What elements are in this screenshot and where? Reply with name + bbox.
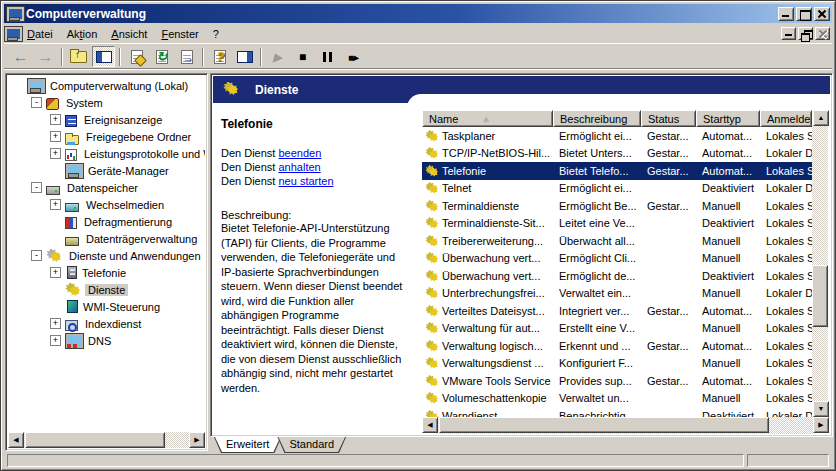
service-row--berwachung-vert-[interactable]: Überwachung vert...Ermöglicht Cli...Manu… [422, 250, 812, 268]
service-row-volumeschattenkopie[interactable]: VolumeschattenkopieVerwaltet un...Manuel… [422, 390, 812, 408]
service-action-link-anhalten[interactable]: anhalten [278, 161, 320, 173]
refresh-button[interactable] [150, 46, 173, 67]
tree-item-dienste[interactable]: Dienste [8, 281, 205, 298]
child-restore-button[interactable] [798, 27, 813, 40]
service-row-unterbrechungsfrei-[interactable]: Unterbrechungsfrei...Verwaltet ein...Man… [422, 285, 812, 303]
tree-item-ger-te-manager[interactable]: Geräte-Manager [8, 162, 205, 179]
service-row-verwaltung-logisch-[interactable]: Verwaltung logisch...Erkennt und ...Gest… [422, 337, 812, 355]
child-minimize-button[interactable] [781, 27, 796, 40]
service-row-taskplaner[interactable]: TaskplanerErmöglicht ei...Gestar...Autom… [422, 127, 812, 145]
tree-item-system[interactable]: -System [8, 94, 205, 111]
title-bar[interactable]: Computerverwaltung [4, 4, 832, 23]
tree-item-dienste-und-anwendungen[interactable]: -Dienste und Anwendungen [8, 247, 205, 264]
scroll-right-button[interactable]: ▶ [189, 432, 205, 448]
tree-item-defragmentierung[interactable]: Defragmentierung [8, 213, 205, 230]
scrollbar-thumb[interactable] [812, 265, 828, 327]
stop-service-button[interactable] [291, 46, 314, 67]
up-one-level-button[interactable] [67, 46, 90, 67]
properties-button[interactable] [125, 46, 148, 67]
expand-icon[interactable]: + [50, 318, 61, 329]
tab-erweitert[interactable]: Erweitert [214, 437, 281, 453]
expand-icon[interactable]: + [50, 335, 61, 346]
child-window-system-icon[interactable] [4, 27, 20, 41]
window-system-icon[interactable] [6, 7, 22, 21]
tree-item-freigegebene-ordner[interactable]: +Freigegebene Ordner [8, 128, 205, 145]
collapse-icon[interactable]: - [31, 250, 42, 261]
service-row-verwaltungsdienst-[interactable]: Verwaltungsdienst ...Konfiguriert F...Ma… [422, 355, 812, 373]
tab-label: Standard [277, 437, 346, 450]
service-action-link-beenden[interactable]: beenden [278, 147, 321, 159]
back-arrow-button[interactable] [9, 46, 32, 67]
service-row-telnet[interactable]: TelnetErmöglicht ei...DeaktiviertLokaler… [422, 180, 812, 198]
service-row--berwachung-vert-[interactable]: Überwachung vert...Ermöglicht de...Deakt… [422, 267, 812, 285]
column-header-beschreibung[interactable]: Beschreibung [553, 110, 641, 127]
scroll-down-button[interactable]: ▼ [813, 401, 829, 417]
service-row-warndienst[interactable]: WarndienstBenachrichtig...DeaktiviertLok… [422, 407, 812, 417]
scroll-right-button[interactable]: ▶ [813, 417, 829, 433]
service-row-verwaltung-f-r-aut-[interactable]: Verwaltung für aut...Erstellt eine V...M… [422, 320, 812, 338]
service-row-terminaldienste-sit-[interactable]: Terminaldienste-Sit...Leitet eine Ve...D… [422, 215, 812, 233]
start-service-button[interactable] [266, 46, 289, 67]
restart-service-button[interactable] [341, 46, 364, 67]
cell-beschreibung: Verwaltet un... [553, 390, 641, 408]
service-row-treibererweiterung-[interactable]: Treibererweiterung...Überwacht all...Man… [422, 232, 812, 250]
tree-item-computerverwaltung-lokal-[interactable]: Computerverwaltung (Lokal) [8, 77, 205, 94]
child-close-button[interactable] [815, 27, 830, 40]
close-button[interactable] [814, 7, 830, 21]
service-row-verteiltes-dateisyst-[interactable]: Verteiltes Dateisyst...Integriert ver...… [422, 302, 812, 320]
scrollbar-track[interactable] [812, 126, 828, 401]
service-row-vmware-tools-service[interactable]: VMware Tools ServiceProvides sup...Gesta… [422, 372, 812, 390]
service-row-telefonie[interactable]: TelefonieBietet Telefo...Gestar...Automa… [422, 162, 812, 180]
expand-icon[interactable]: + [50, 199, 61, 210]
tree-item-datentr-gerverwaltung[interactable]: Datenträgerverwaltung [8, 230, 205, 247]
tree-item-indexdienst[interactable]: +Indexdienst [8, 315, 205, 332]
scrollbar-thumb[interactable] [439, 417, 769, 433]
tree-horizontal-scrollbar[interactable]: ◀ ▶ [8, 432, 205, 448]
tree-item-telefonie[interactable]: +Telefonie [8, 264, 205, 281]
cell-starttyp: Automat... [696, 145, 760, 163]
expand-icon[interactable]: + [50, 267, 61, 278]
scrollbar-thumb[interactable] [25, 432, 165, 448]
expand-icon[interactable]: + [50, 148, 61, 159]
collapse-icon[interactable]: - [31, 182, 42, 193]
tree-item-leistungsprotokolle-und-war[interactable]: +Leistungsprotokolle und War [8, 145, 205, 162]
menu-fenster[interactable]: Fenster [154, 26, 205, 42]
toolbar-separator [202, 48, 204, 66]
list-vertical-scrollbar[interactable]: ▲ ▼ [812, 110, 829, 417]
scroll-up-button[interactable]: ▲ [813, 110, 829, 126]
menu-aktion[interactable]: Aktion [60, 26, 105, 42]
service-row-terminaldienste[interactable]: TerminaldiensteErmöglicht Be...Gestar...… [422, 197, 812, 215]
scroll-left-button[interactable]: ◀ [422, 417, 438, 433]
list-horizontal-scrollbar[interactable]: ◀ ▶ [422, 417, 829, 434]
service-action-link-neu-starten[interactable]: neu starten [278, 175, 333, 187]
scroll-left-button[interactable]: ◀ [8, 432, 24, 448]
tree-item-wmi-steuerung[interactable]: WMI-Steuerung [8, 298, 205, 315]
dns-icon [65, 334, 81, 348]
cell-anmelden: Lokales Sy [760, 320, 812, 338]
help-button[interactable] [208, 46, 231, 67]
menu-ansicht[interactable]: Ansicht [104, 26, 154, 42]
column-header-status[interactable]: Status [641, 110, 696, 127]
show-hide-pane-button[interactable] [233, 46, 256, 67]
expand-icon[interactable]: + [50, 114, 61, 125]
tab-standard[interactable]: Standard [277, 437, 346, 453]
tree-item-datenspeicher[interactable]: -Datenspeicher [8, 179, 205, 196]
minimize-button[interactable] [778, 7, 794, 21]
collapse-icon[interactable]: - [31, 97, 42, 108]
show-hide-tree-button[interactable] [92, 46, 115, 67]
pause-service-button[interactable] [316, 46, 339, 67]
menu-datei[interactable]: Datei [20, 26, 60, 42]
service-row-tcp-ip-netbios-hil-[interactable]: TCP/IP-NetBIOS-Hil...Bietet Unters...Ges… [422, 145, 812, 163]
tree-item-wechselmedien[interactable]: +Wechselmedien [8, 196, 205, 213]
menu-?[interactable]: ? [206, 26, 226, 42]
column-header-anmelden[interactable]: Anmelden [760, 110, 812, 127]
tree-item-label: Indexdienst [82, 318, 144, 330]
forward-arrow-button[interactable] [34, 46, 57, 67]
expand-icon[interactable]: + [50, 131, 61, 142]
tree-item-ereignisanzeige[interactable]: +Ereignisanzeige [8, 111, 205, 128]
tree-item-dns[interactable]: +DNS [8, 332, 205, 349]
column-header-starttyp[interactable]: Starttyp [696, 110, 760, 127]
export-list-button[interactable] [175, 46, 198, 67]
column-header-name[interactable]: Name▲ [422, 110, 553, 127]
maximize-button[interactable] [796, 7, 812, 21]
